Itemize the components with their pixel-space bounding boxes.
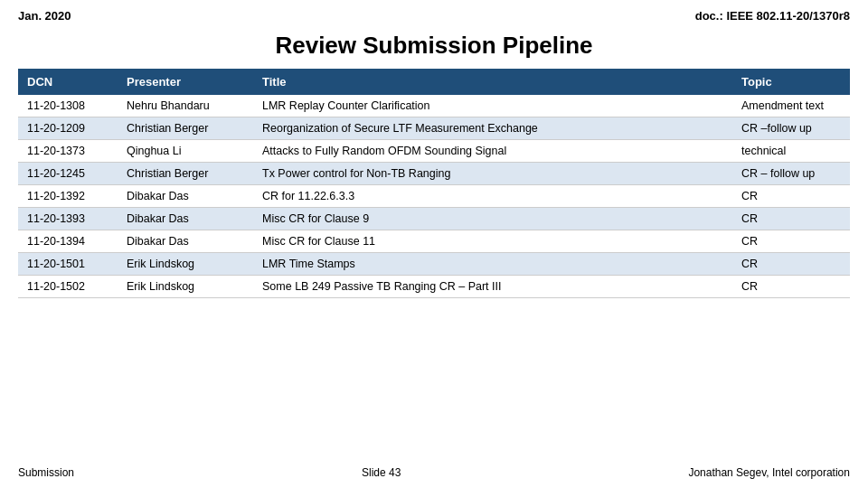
- cell-topic: technical: [732, 140, 850, 163]
- cell-title: LMR Replay Counter Clarification: [253, 95, 732, 117]
- cell-dcn: 11-20-1308: [18, 95, 118, 117]
- table-body: 11-20-1308Nehru BhandaruLMR Replay Count…: [18, 95, 850, 298]
- cell-dcn: 11-20-1394: [18, 230, 118, 253]
- cell-dcn: 11-20-1393: [18, 208, 118, 230]
- table-row: 11-20-1392Dibakar DasCR for 11.22.6.3.3C…: [18, 185, 850, 208]
- cell-topic: CR: [732, 253, 850, 276]
- cell-dcn: 11-20-1502: [18, 276, 118, 298]
- cell-presenter: Qinghua Li: [118, 140, 253, 163]
- submission-table: DCN Presenter Title Topic 11-20-1308Nehr…: [18, 69, 850, 298]
- table-row: 11-20-1393Dibakar DasMisc CR for Clause …: [18, 208, 850, 230]
- table-row: 11-20-1373Qinghua LiAttacks to Fully Ran…: [18, 140, 850, 163]
- cell-dcn: 11-20-1245: [18, 163, 118, 185]
- col-header-dcn: DCN: [18, 69, 118, 95]
- cell-dcn: 11-20-1209: [18, 117, 118, 140]
- cell-topic: CR: [732, 185, 850, 208]
- cell-topic: CR –follow up: [732, 117, 850, 140]
- col-header-presenter: Presenter: [118, 69, 253, 95]
- table-row: 11-20-1308Nehru BhandaruLMR Replay Count…: [18, 95, 850, 117]
- cell-topic: CR: [732, 276, 850, 298]
- header-right: doc.: IEEE 802.11-20/1370r8: [695, 9, 850, 23]
- col-header-topic: Topic: [732, 69, 850, 95]
- cell-presenter: Christian Berger: [118, 163, 253, 185]
- footer-left: Submission: [18, 466, 74, 479]
- cell-presenter: Christian Berger: [118, 117, 253, 140]
- cell-presenter: Erik Lindskog: [118, 276, 253, 298]
- header-bar: Jan. 2020 doc.: IEEE 802.11-20/1370r8: [0, 0, 868, 26]
- footer-right: Jonathan Segev, Intel corporation: [688, 466, 850, 479]
- header-left: Jan. 2020: [18, 9, 71, 23]
- table-row: 11-20-1502Erik LindskogSome LB 249 Passi…: [18, 276, 850, 298]
- table-row: 11-20-1209Christian BergerReorganization…: [18, 117, 850, 140]
- cell-presenter: Dibakar Das: [118, 208, 253, 230]
- cell-topic: CR – follow up: [732, 163, 850, 185]
- table-row: 11-20-1394Dibakar DasMisc CR for Clause …: [18, 230, 850, 253]
- cell-presenter: Erik Lindskog: [118, 253, 253, 276]
- cell-presenter: Nehru Bhandaru: [118, 95, 253, 117]
- table-container: DCN Presenter Title Topic 11-20-1308Nehr…: [0, 69, 868, 459]
- cell-title: LMR Time Stamps: [253, 253, 732, 276]
- cell-dcn: 11-20-1373: [18, 140, 118, 163]
- cell-presenter: Dibakar Das: [118, 185, 253, 208]
- cell-title: Attacks to Fully Random OFDM Sounding Si…: [253, 140, 732, 163]
- cell-title: Reorganization of Secure LTF Measurement…: [253, 117, 732, 140]
- cell-title: Tx Power control for Non-TB Ranging: [253, 163, 732, 185]
- cell-title: Some LB 249 Passive TB Ranging CR – Part…: [253, 276, 732, 298]
- cell-title: Misc CR for Clause 11: [253, 230, 732, 253]
- page-title: Review Submission Pipeline: [0, 26, 868, 69]
- cell-topic: CR: [732, 230, 850, 253]
- table-row: 11-20-1245Christian BergerTx Power contr…: [18, 163, 850, 185]
- table-row: 11-20-1501Erik LindskogLMR Time StampsCR: [18, 253, 850, 276]
- cell-presenter: Dibakar Das: [118, 230, 253, 253]
- cell-topic: CR: [732, 208, 850, 230]
- col-header-title: Title: [253, 69, 732, 95]
- footer-bar: Submission Slide 43 Jonathan Segev, Inte…: [0, 459, 868, 488]
- page: Jan. 2020 doc.: IEEE 802.11-20/1370r8 Re…: [0, 0, 868, 488]
- cell-title: CR for 11.22.6.3.3: [253, 185, 732, 208]
- cell-dcn: 11-20-1392: [18, 185, 118, 208]
- table-header-row: DCN Presenter Title Topic: [18, 69, 850, 95]
- cell-topic: Amendment text: [732, 95, 850, 117]
- cell-title: Misc CR for Clause 9: [253, 208, 732, 230]
- cell-dcn: 11-20-1501: [18, 253, 118, 276]
- footer-center: Slide 43: [362, 466, 401, 479]
